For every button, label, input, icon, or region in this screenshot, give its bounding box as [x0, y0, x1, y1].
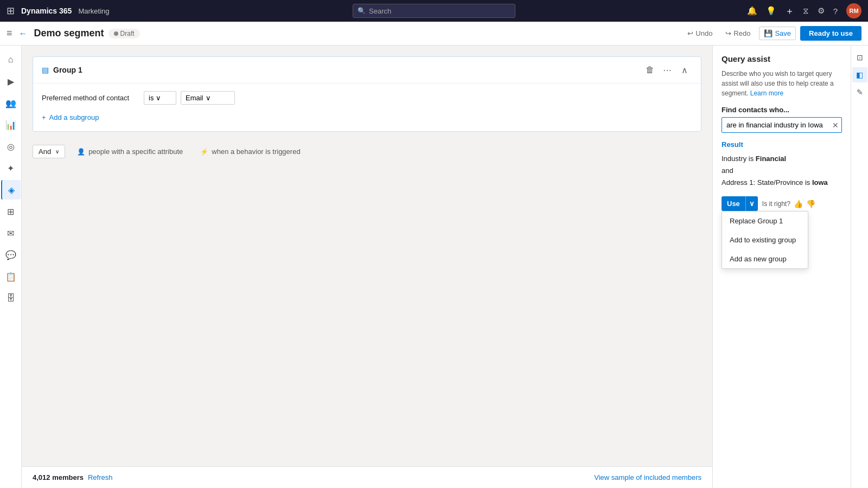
people-attribute-option[interactable]: 👤 people with a specific attribute [72, 145, 188, 158]
result-line3-prefix: Address 1: State/Province is [722, 178, 812, 187]
avatar[interactable]: RM [846, 3, 861, 18]
canvas-area: ▤ Group 1 🗑 ⋯ ∧ Preferred method of cont… [22, 46, 712, 488]
add-subgroup-plus: + [42, 113, 46, 121]
save-label: Save [775, 29, 791, 37]
use-dropdown-arrow[interactable]: ∨ [745, 196, 758, 211]
bottom-bar: 4,012 members Refresh View sample of inc… [22, 466, 712, 488]
undo-button[interactable]: ↩ Undo [683, 27, 717, 40]
search-placeholder: Search [369, 7, 391, 15]
and-label: And [39, 147, 51, 156]
result-line3-bold: Iowa [812, 178, 828, 187]
sidebar-item-db[interactable]: 🗄 [1, 288, 21, 308]
add-new-group-option[interactable]: Add as new group [722, 249, 808, 268]
page-title: Demo segment [34, 28, 104, 39]
condition-label: Preferred method of contact [42, 94, 139, 102]
use-button[interactable]: Use ∨ [722, 196, 758, 211]
condition-value: Email [186, 94, 203, 102]
main-layout: ⌂ ▶ 👥 📊 ◎ ✦ ◈ ⊞ ✉ 💬 📋 🗄 ▤ Group 1 🗑 ⋯ ∧ [0, 46, 868, 488]
thumbs-up-button[interactable]: 👍 [794, 200, 803, 208]
right-panel-outer: Query assist Describe who you wish to ta… [712, 46, 868, 488]
save-button[interactable]: 💾 Save [759, 27, 796, 40]
learn-more-link[interactable]: Learn more [750, 89, 783, 97]
sidebar-item-grid[interactable]: ⊞ [1, 202, 21, 221]
sidebar-item-home[interactable]: ⌂ [1, 50, 21, 69]
sidebar-item-active[interactable]: ◈ [1, 180, 21, 200]
module-label: Marketing [78, 7, 109, 15]
sidebar-item-target[interactable]: ◎ [1, 137, 21, 156]
members-count: 4,012 members [33, 473, 84, 481]
group-header: ▤ Group 1 🗑 ⋯ ∧ [33, 57, 701, 84]
condition-value-select[interactable]: Email ∨ [181, 91, 235, 105]
collapse-group-button[interactable]: ∧ [677, 62, 692, 78]
sidebar-item-mail[interactable]: ✉ [1, 223, 21, 243]
rs-icon-pencil[interactable]: ✎ [852, 85, 867, 100]
topbar: ⊞ Dynamics 365 Marketing 🔍 Search 🔔 💡 ＋ … [0, 0, 868, 22]
use-label: Use [722, 196, 745, 211]
toolbar-actions: ↩ Undo ↪ Redo 💾 Save Ready to use [683, 26, 861, 41]
rs-icon-active[interactable]: ◧ [852, 67, 867, 82]
behavior-label: when a behavior is triggered [212, 147, 300, 156]
sidebar-item-chart[interactable]: 📊 [1, 115, 21, 134]
find-contacts-label: Find contacts who... [722, 106, 842, 114]
group-body: Preferred method of contact is ∨ Email ∨… [33, 84, 701, 131]
add-subgroup-label: Add a subgroup [49, 113, 99, 121]
save-icon: 💾 [764, 29, 773, 37]
sidebar-item-chat[interactable]: 💬 [1, 245, 21, 265]
connector-row: And ∨ 👤 people with a specific attribute… [33, 140, 701, 163]
lightbulb-icon[interactable]: 💡 [766, 6, 776, 16]
result-line1-bold: Financial [756, 155, 786, 163]
add-icon[interactable]: ＋ [785, 5, 794, 17]
right-strip: ⊡ ◧ ✎ [851, 46, 868, 488]
topbar-right: 🔔 💡 ＋ ⧖ ⚙ ? RM [747, 3, 861, 18]
redo-button[interactable]: ↪ Redo [721, 27, 755, 40]
and-chevron: ∨ [55, 149, 59, 155]
ready-to-use-button[interactable]: Ready to use [800, 26, 861, 41]
left-sidebar: ⌂ ▶ 👥 📊 ◎ ✦ ◈ ⊞ ✉ 💬 📋 🗄 [0, 46, 22, 488]
redo-icon: ↪ [725, 29, 731, 37]
settings-icon[interactable]: ⚙ [818, 6, 825, 16]
draft-badge: Draft [108, 29, 140, 38]
back-button[interactable]: ← [19, 29, 28, 38]
refresh-button[interactable]: Refresh [88, 473, 113, 481]
behavior-icon: ⚡ [200, 148, 208, 156]
group-card: ▤ Group 1 🗑 ⋯ ∧ Preferred method of cont… [33, 56, 701, 132]
sidebar-item-play[interactable]: ▶ [1, 72, 21, 91]
help-icon[interactable]: ? [833, 7, 838, 16]
result-line1-prefix: Industry is [722, 155, 756, 163]
group-title: Group 1 [53, 66, 638, 74]
query-assist-content: Query assist Describe who you wish to ta… [713, 46, 851, 488]
behavior-option[interactable]: ⚡ when a behavior is triggered [195, 145, 305, 158]
grid-icon[interactable]: ⊞ [7, 5, 15, 17]
condition-operator-select[interactable]: is ∨ [144, 91, 176, 105]
clear-input-button[interactable]: ✕ [832, 121, 839, 130]
query-input[interactable] [722, 117, 842, 133]
add-subgroup-button[interactable]: + Add a subgroup [42, 111, 692, 124]
sidebar-toggle-icon[interactable]: ≡ [7, 28, 12, 39]
add-existing-group-option[interactable]: Add to existing group [722, 230, 808, 249]
filter-icon[interactable]: ⧖ [803, 6, 809, 16]
replace-group-option[interactable]: Replace Group 1 [722, 211, 808, 230]
redo-label: Redo [733, 29, 750, 37]
value-chevron: ∨ [206, 94, 211, 102]
search-bar[interactable]: 🔍 Search [353, 4, 515, 18]
query-assist-title: Query assist [722, 54, 842, 63]
condition-row: Preferred method of contact is ∨ Email ∨ [42, 91, 692, 105]
rs-icon-copy[interactable]: ⊡ [852, 50, 867, 65]
view-sample-button[interactable]: View sample of included members [594, 473, 701, 481]
people-attribute-label: people with a specific attribute [88, 147, 183, 156]
and-connector[interactable]: And ∨ [33, 145, 65, 158]
main-toolbar: ≡ ← Demo segment Draft ↩ Undo ↪ Redo 💾 S… [0, 22, 868, 46]
thumbs-down-button[interactable]: 👎 [806, 200, 815, 208]
operator-chevron: ∨ [156, 94, 161, 102]
search-icon: 🔍 [358, 7, 366, 15]
sidebar-item-star[interactable]: ✦ [1, 158, 21, 178]
more-options-button[interactable]: ⋯ [660, 62, 675, 78]
undo-label: Undo [695, 29, 712, 37]
sidebar-item-people[interactable]: 👥 [1, 93, 21, 113]
group-icon: ▤ [42, 66, 49, 74]
delete-group-button[interactable]: 🗑 [642, 62, 658, 78]
sidebar-item-book[interactable]: 📋 [1, 267, 21, 286]
notification-icon[interactable]: 🔔 [747, 6, 757, 16]
is-it-right-label: Is it right? 👍 👎 [762, 200, 815, 208]
use-dropdown: Replace Group 1 Add to existing group Ad… [722, 211, 808, 269]
